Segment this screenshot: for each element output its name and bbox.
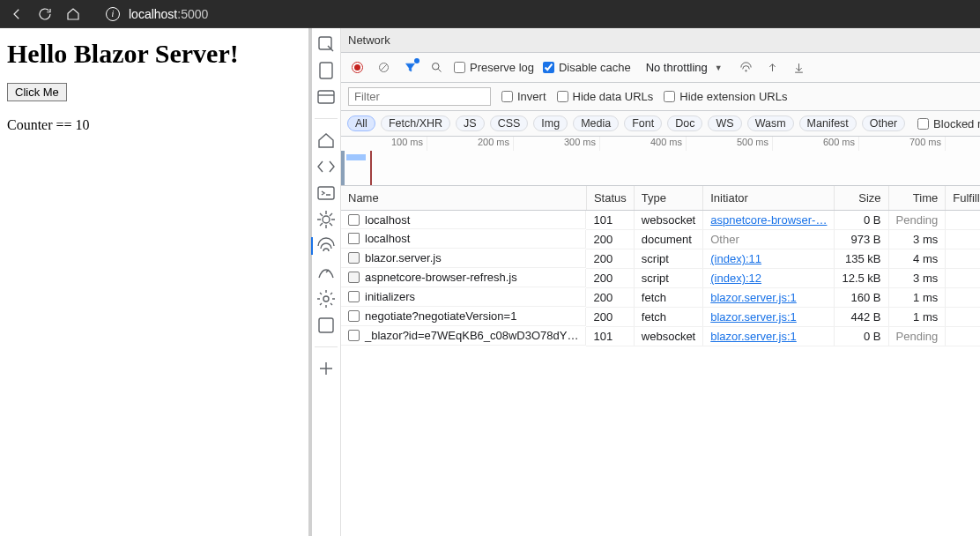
url-host: localhost <box>129 7 177 21</box>
column-header-time[interactable]: Time <box>888 186 946 211</box>
performance-icon[interactable] <box>316 262 337 283</box>
type-chip-img[interactable]: Img <box>533 115 568 131</box>
device-icon[interactable] <box>316 60 337 81</box>
timeline-tick: 700 ms <box>859 137 946 151</box>
page-heading: Hello Blazor Server! <box>7 39 301 69</box>
type-chip-doc[interactable]: Doc <box>667 115 702 131</box>
svg-point-5 <box>323 296 329 302</box>
svg-point-8 <box>432 63 439 71</box>
main-split: Hello Blazor Server! Click Me Counter ==… <box>0 27 980 536</box>
svg-rect-6 <box>319 318 333 332</box>
network-toolbar: Preserve log Disable cache No throttling… <box>341 53 980 83</box>
resource-doc-icon <box>348 233 360 244</box>
table-row[interactable]: negotiate?negotiateVersion=1200fetchblaz… <box>341 308 980 327</box>
timeline-tick: 500 ms <box>687 137 773 151</box>
network-table: NameStatusTypeInitiatorSizeTimeFulfilled… <box>341 186 980 536</box>
filter-input[interactable] <box>348 87 491 106</box>
type-chip-all[interactable]: All <box>347 115 375 131</box>
type-chip-media[interactable]: Media <box>573 115 619 131</box>
network-icon[interactable] <box>316 235 337 257</box>
timeline-handle-icon[interactable] <box>341 151 345 185</box>
devtools-panel-tab[interactable]: Network <box>341 28 980 53</box>
resource-ws-icon <box>348 310 360 322</box>
timeline-tick: 100 ms <box>341 137 427 151</box>
resource-ws-icon <box>348 291 360 302</box>
counter-text: Counter == 10 <box>7 117 301 133</box>
sources-icon[interactable] <box>316 156 337 177</box>
devtools-rail <box>312 28 341 536</box>
devtools-panel: Network Preserve log Disable cache No th… <box>312 28 980 536</box>
reload-button[interactable] <box>37 6 53 22</box>
type-chip-fetchxhr[interactable]: Fetch/XHR <box>381 115 450 131</box>
console-icon[interactable] <box>316 182 337 204</box>
column-header-name[interactable]: Name <box>341 186 586 211</box>
timeline-load-line <box>370 151 372 185</box>
network-filter-row: Invert Hide data URLs Hide extension URL… <box>341 83 980 111</box>
import-har-icon[interactable] <box>764 59 782 77</box>
preserve-log-checkbox[interactable]: Preserve log <box>454 61 534 74</box>
timeline-tick: 600 ms <box>773 137 859 151</box>
search-button[interactable] <box>427 59 445 77</box>
record-icon <box>352 62 363 73</box>
type-chip-ws[interactable]: WS <box>708 115 741 131</box>
blocked-cookies-checkbox[interactable]: Blocked response cookies <box>917 117 980 130</box>
svg-rect-2 <box>318 91 334 103</box>
devtools-main: Network Preserve log Disable cache No th… <box>341 28 980 536</box>
column-header-status[interactable]: Status <box>586 186 634 211</box>
hide-ext-urls-checkbox[interactable]: Hide extension URLs <box>664 90 787 103</box>
elements-icon[interactable] <box>316 130 337 151</box>
column-header-type[interactable]: Type <box>634 186 702 211</box>
filter-toggle[interactable] <box>401 59 419 77</box>
resource-js-icon <box>348 272 360 283</box>
table-row[interactable]: localhost200documentOther973 B3 ms <box>341 230 980 249</box>
page-content: Hello Blazor Server! Click Me Counter ==… <box>0 28 312 536</box>
column-header-fulfilled[interactable]: Fulfilled <box>946 186 980 211</box>
type-chip-other[interactable]: Other <box>862 115 905 131</box>
chevron-down-icon: ▼ <box>715 63 723 72</box>
invert-checkbox[interactable]: Invert <box>501 90 546 103</box>
type-chip-css[interactable]: CSS <box>490 115 529 131</box>
more-tools-icon[interactable] <box>316 358 337 379</box>
hide-data-urls-checkbox[interactable]: Hide data URLs <box>557 90 654 103</box>
inspect-icon[interactable] <box>316 34 337 55</box>
table-row[interactable]: blazor.server.js200script(index):11135 k… <box>341 249 980 269</box>
timeline-request-bar <box>346 154 366 160</box>
resource-ws-icon <box>348 330 360 341</box>
panel-tab-label: Network <box>348 34 390 47</box>
resource-type-chips: AllFetch/XHRJSCSSImgMediaFontDocWSWasmMa… <box>341 111 980 137</box>
url-display[interactable]: i localhost:5000 <box>106 7 208 21</box>
type-chip-manifest[interactable]: Manifest <box>799 115 857 131</box>
application-icon[interactable] <box>316 315 337 336</box>
timeline-tick: 200 ms <box>427 137 514 151</box>
clear-button[interactable] <box>375 59 392 77</box>
column-header-size[interactable]: Size <box>835 186 888 211</box>
record-button[interactable] <box>348 59 366 77</box>
dock-icon[interactable] <box>316 86 337 108</box>
type-chip-js[interactable]: JS <box>456 115 485 131</box>
debugger-icon[interactable] <box>316 209 337 230</box>
url-port: :5000 <box>177 7 208 21</box>
network-timeline[interactable]: 100 ms200 ms300 ms400 ms500 ms600 ms700 … <box>341 137 980 186</box>
export-har-icon[interactable] <box>791 59 808 77</box>
type-chip-font[interactable]: Font <box>624 115 662 131</box>
svg-point-9 <box>746 71 747 72</box>
table-row[interactable]: aspnetcore-browser-refresh.js200script(i… <box>341 269 980 288</box>
column-header-initiator[interactable]: Initiator <box>703 186 835 211</box>
type-chip-wasm[interactable]: Wasm <box>747 115 794 131</box>
timeline-tick: 400 ms <box>600 137 687 151</box>
table-row[interactable]: _blazor?id=e7WEqKB6_c08wD3O78dY…101webso… <box>341 327 980 346</box>
timeline-tick: 300 ms <box>514 137 600 151</box>
settings-icon[interactable] <box>316 288 337 309</box>
resource-ws-icon <box>348 214 360 226</box>
back-button[interactable] <box>9 6 25 22</box>
throttling-select[interactable]: No throttling ▼ <box>640 58 729 77</box>
home-button[interactable] <box>65 6 81 22</box>
table-row[interactable]: localhost101websocketaspnetcore-browser-… <box>341 211 980 230</box>
disable-cache-checkbox[interactable]: Disable cache <box>543 61 631 74</box>
svg-rect-3 <box>318 187 334 199</box>
svg-point-4 <box>323 216 330 223</box>
site-info-icon[interactable]: i <box>106 7 120 21</box>
network-conditions-icon[interactable] <box>738 59 755 77</box>
click-me-button[interactable]: Click Me <box>7 83 67 101</box>
table-row[interactable]: initializers200fetchblazor.server.js:116… <box>341 288 980 308</box>
